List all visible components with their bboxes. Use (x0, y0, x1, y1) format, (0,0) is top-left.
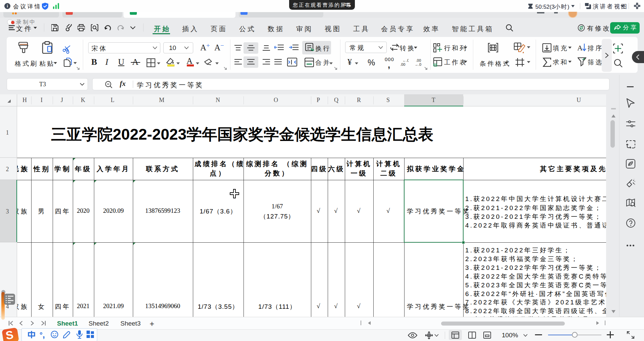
svg-text:A: A (577, 44, 583, 52)
svg-text:.00: .00 (400, 62, 405, 66)
svg-text:←.0: ←.0 (402, 58, 409, 62)
svg-text:→.0: →.0 (415, 62, 421, 66)
svg-text:.00: .00 (416, 58, 421, 62)
